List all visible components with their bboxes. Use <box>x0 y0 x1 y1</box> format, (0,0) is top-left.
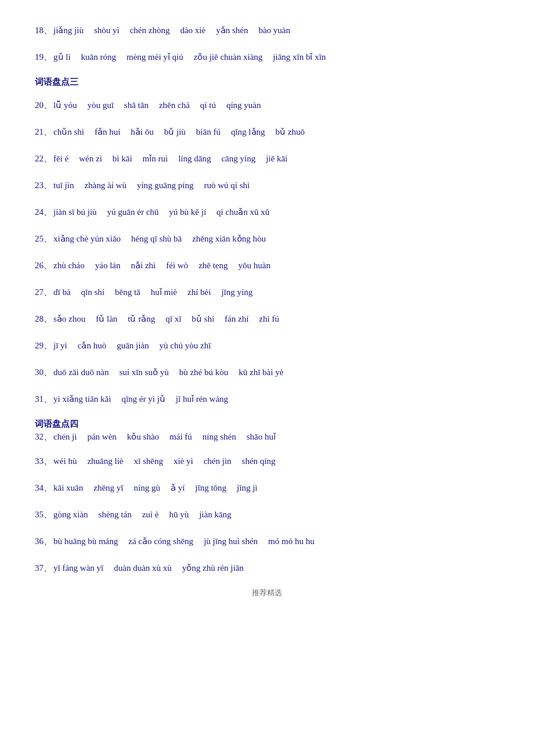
pinyin-group: dī bàqīn shíbēng tāhuǐ mièzhí bèijīng yí… <box>53 285 499 299</box>
line-number: 26、 <box>35 258 52 272</box>
pinyin-item: ruò wú qí shì <box>204 178 250 192</box>
pinyin-group: jiǎng jiùshòu yìchén zhòngdào xièyǎn shé… <box>53 23 499 37</box>
pinyin-item: fēi é <box>53 152 68 165</box>
pinyin-item: zhē teng <box>199 258 228 272</box>
pinyin-item: jiē kāi <box>266 152 287 165</box>
pinyin-item: mèng mèi yǐ qiú <box>127 50 183 64</box>
line-number: 34、 <box>35 481 52 495</box>
list-item: 34、kāi xuānzhēng yīníng gùǎ yíjīng tōngj… <box>35 481 499 495</box>
line-number: 19、 <box>35 50 52 64</box>
pinyin-item: zhuāng liè <box>87 454 123 468</box>
pinyin-group: tuī jìnzhàng ài wùyíng guāng píngruò wú … <box>53 178 499 192</box>
pinyin-item: hǎi ōu <box>131 125 153 139</box>
pinyin-group: yī fáng wàn yīduàn duàn xù xùyǒng zhù ré… <box>53 561 499 575</box>
pinyin-item: fǔ làn <box>96 312 117 326</box>
pinyin-group: gòng xiànshèng tánzuì èhū yùjiàn kāng <box>53 507 499 521</box>
pinyin-item: níng shén <box>203 430 236 444</box>
pinyin-group: chén jìpán wènkǒu shàomái fúníng shénshā… <box>53 430 499 444</box>
pinyin-item: biān fú <box>196 125 221 139</box>
pinyin-item: jī yì <box>53 339 67 352</box>
pinyin-item: tuī jìn <box>53 178 74 192</box>
line-number: 25、 <box>35 232 52 246</box>
pinyin-item: yì xiǎng tiān kāi <box>53 392 111 406</box>
pinyin-item: pán wèn <box>87 430 116 444</box>
line-number: 23、 <box>35 178 52 192</box>
pinyin-item: wén zì <box>79 152 102 165</box>
pinyin-item: jiāng xīn bǐ xīn <box>273 50 326 64</box>
pinyin-item: chén zhòng <box>130 23 170 37</box>
pinyin-item: bǔ jiù <box>164 125 186 139</box>
pinyin-group: yì xiǎng tiān kāiqīng ér yì jǔjī huǐ rén… <box>53 392 499 406</box>
pinyin-item: zhù cháo <box>53 258 85 272</box>
pinyin-item: fǎn huí <box>95 125 120 139</box>
list-item: 33、wéi hùzhuāng lièxī shēngxiè yìchén jì… <box>35 454 499 468</box>
list-item: 36、bù huāng bù mángzá cǎo cóng shēngjù j… <box>35 534 499 548</box>
pinyin-item: nǎi zhì <box>131 258 156 272</box>
pinyin-item: xiǎng chè yún xiāo <box>53 232 121 246</box>
line-number: 35、 <box>35 507 52 521</box>
pinyin-item: gǔ lì <box>53 50 71 64</box>
pinyin-group: jiàn sī bú jiùyú guān ér chūyú bù kě jíq… <box>53 205 499 219</box>
line-number: 29、 <box>35 339 52 352</box>
pinyin-item: suí xīn suǒ yù <box>119 365 168 379</box>
pinyin-group: fēi éwén zìbì kāimǐn ruìlíng dāngcāng yí… <box>53 152 499 165</box>
section-title: 词语盘点三 <box>35 77 499 88</box>
list-item: 32、chén jìpán wènkǒu shàomái fúníng shén… <box>35 430 499 444</box>
pinyin-item: duō zāi duō nàn <box>53 365 109 379</box>
pinyin-item: yíng guāng píng <box>137 178 194 192</box>
pinyin-item: jiǎng jiù <box>53 23 84 37</box>
list-item: 29、jī yìcǎn huòguān jiànyù chú yòu zhī <box>35 339 499 352</box>
pinyin-item: xiè yì <box>174 454 193 468</box>
line-number: 24、 <box>35 205 52 219</box>
pinyin-item: zhàng ài wù <box>84 178 126 192</box>
pinyin-group: chǔn shìfǎn huíhǎi ōubǔ jiùbiān fúqīng l… <box>53 125 499 139</box>
pinyin-group: zhù cháoyáo lánnǎi zhìféi wòzhē tengyōu … <box>53 258 499 272</box>
pinyin-group: duō zāi duō nànsuí xīn suǒ yùbù zhé bú k… <box>53 365 499 379</box>
list-item: 30、duō zāi duō nànsuí xīn suǒ yùbù zhé b… <box>35 365 499 379</box>
pinyin-item: cāng yíng <box>221 152 255 165</box>
pinyin-item: tǔ rǎng <box>128 312 155 326</box>
pinyin-item: líng dāng <box>178 152 211 165</box>
pinyin-item: zhì fú <box>259 312 279 326</box>
pinyin-item: ǎ yí <box>171 481 185 495</box>
line-number: 22、 <box>35 152 52 165</box>
pinyin-item: chǔn shì <box>53 125 84 139</box>
pinyin-item: duàn duàn xù xù <box>114 561 172 575</box>
pinyin-item: qí tú <box>200 98 216 112</box>
pinyin-item: níng gù <box>134 481 160 495</box>
pinyin-item: sǎo zhou <box>53 312 85 326</box>
pinyin-item: huǐ miè <box>151 285 177 299</box>
pinyin-item: shén qíng <box>242 454 276 468</box>
pinyin-item: xī shēng <box>134 454 163 468</box>
pinyin-item: kū zhī bài yè <box>239 365 283 379</box>
pinyin-item: chén jìn <box>204 454 232 468</box>
line-number: 28、 <box>35 312 52 326</box>
list-item: 21、chǔn shìfǎn huíhǎi ōubǔ jiùbiān fúqīn… <box>35 125 499 139</box>
pinyin-item: qīn shí <box>81 285 104 299</box>
pinyin-item: wéi hù <box>53 454 77 468</box>
line-number: 27、 <box>35 285 52 299</box>
list-item: 23、tuī jìnzhàng ài wùyíng guāng píngruò … <box>35 178 499 192</box>
pinyin-item: bēng tā <box>115 285 140 299</box>
pinyin-group: wéi hùzhuāng lièxī shēngxiè yìchén jìnsh… <box>53 454 499 468</box>
pinyin-item: mó mó hu hu <box>268 534 315 548</box>
line-number: 18、 <box>35 23 52 37</box>
list-item: 20、lǚ yóuyòu guīshā tānzhēn cháqí túqíng… <box>35 98 499 112</box>
pinyin-item: shèng tán <box>99 507 132 521</box>
list-item: 35、gòng xiànshèng tánzuì èhū yùjiàn kāng <box>35 507 499 521</box>
line-number: 20、 <box>35 98 52 112</box>
pinyin-group: sǎo zhoufǔ làntǔ rǎngqī xībǔ shífán zhíz… <box>53 312 499 326</box>
pinyin-item: kuān róng <box>81 50 116 64</box>
pinyin-item: mǐn ruì <box>143 152 168 165</box>
list-item: 18、jiǎng jiùshòu yìchén zhòngdào xièyǎn … <box>35 23 499 37</box>
line-number: 21、 <box>35 125 52 139</box>
pinyin-item: zǒu jiē chuàn xiàng <box>194 50 263 64</box>
list-item: 37、yī fáng wàn yīduàn duàn xù xùyǒng zhù… <box>35 561 499 575</box>
pinyin-item: hū yù <box>169 507 189 521</box>
pinyin-item: cǎn huò <box>78 339 106 352</box>
pinyin-item: zá cǎo cóng shēng <box>128 534 193 548</box>
pinyin-item: jiàn sī bú jiù <box>53 205 97 219</box>
pinyin-item: guān jiàn <box>117 339 149 352</box>
pinyin-item: bào yuàn <box>258 23 290 37</box>
pinyin-item: yù chú yòu zhī <box>160 339 211 352</box>
